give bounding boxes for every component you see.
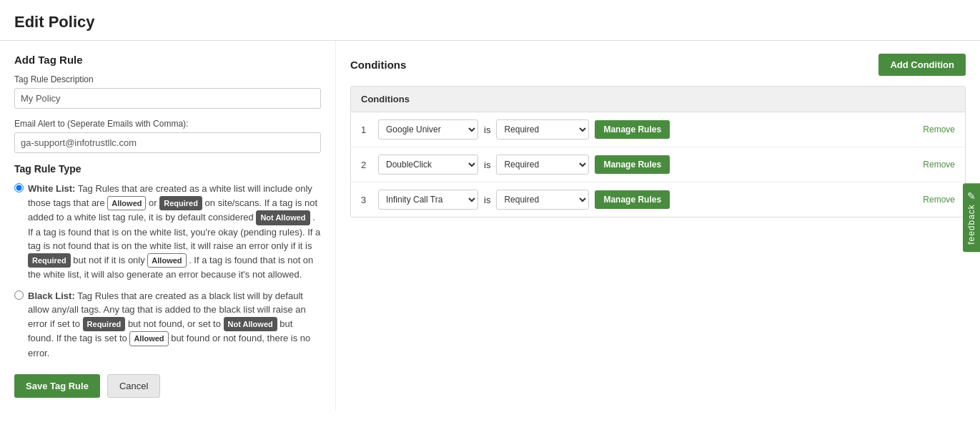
condition-num-1: 1: [361, 124, 372, 135]
left-panel: Add Tag Rule Tag Rule Description Email …: [0, 41, 336, 411]
feedback-label: feedback: [966, 204, 976, 245]
badge-allowed-2: Allowed: [147, 253, 186, 268]
badge-allowed-3: Allowed: [129, 331, 168, 346]
manage-rules-button-3[interactable]: Manage Rules: [595, 190, 670, 209]
white-list-description: White List: Tag Rules that are created a…: [28, 182, 321, 282]
black-list-description: Black List: Tag Rules that are created a…: [28, 289, 321, 361]
condition-num-3: 3: [361, 195, 372, 205]
remove-button-1[interactable]: Remove: [923, 124, 955, 135]
condition-row: 2 DoubleClick is Required Manage Rules R…: [351, 147, 965, 182]
feedback-icon: ✎: [967, 190, 976, 202]
tag-rule-type-title: Tag Rule Type: [14, 163, 321, 175]
condition-num-2: 2: [361, 160, 372, 170]
badge-allowed: Allowed: [107, 196, 146, 211]
add-tag-rule-title: Add Tag Rule: [14, 54, 321, 66]
badge-required: Required: [159, 196, 202, 211]
condition-tag-select-2[interactable]: DoubleClick: [378, 155, 478, 175]
badge-required-3: Required: [83, 317, 126, 332]
conditions-table: Conditions 1 Google Univer is Required M…: [350, 86, 966, 218]
page-title: Edit Policy: [0, 0, 980, 41]
white-list-option[interactable]: White List: Tag Rules that are created a…: [14, 182, 321, 282]
badge-required-2: Required: [28, 253, 71, 268]
email-alert-label: Email Alert to (Seperate Emails with Com…: [14, 119, 321, 129]
condition-row: 3 Infinity Call Tra is Required Manage R…: [351, 182, 965, 217]
conditions-table-header: Conditions: [351, 87, 965, 112]
condition-value-select-3[interactable]: Required: [496, 190, 589, 210]
white-list-label: White List:: [28, 183, 75, 194]
remove-button-3[interactable]: Remove: [923, 195, 955, 205]
save-tag-rule-button[interactable]: Save Tag Rule: [14, 374, 100, 398]
add-condition-button[interactable]: Add Condition: [878, 54, 966, 76]
feedback-tab[interactable]: ✎ feedback: [963, 183, 980, 252]
email-alert-input[interactable]: [14, 132, 321, 153]
black-list-option[interactable]: Black List: Tag Rules that are created a…: [14, 289, 321, 361]
right-panel: Conditions Add Condition Conditions 1 Go…: [336, 41, 980, 411]
badge-not-allowed: Not Allowed: [256, 210, 310, 225]
manage-rules-button-2[interactable]: Manage Rules: [595, 155, 670, 174]
black-list-radio[interactable]: [14, 290, 24, 300]
right-header: Conditions Add Condition: [350, 54, 966, 76]
white-list-radio[interactable]: [14, 183, 24, 192]
cancel-button[interactable]: Cancel: [107, 374, 160, 398]
condition-is-label-1: is: [484, 124, 490, 135]
action-buttons: Save Tag Rule Cancel: [14, 374, 321, 398]
tag-rule-desc-label: Tag Rule Description: [14, 74, 321, 84]
manage-rules-button-1[interactable]: Manage Rules: [595, 120, 670, 139]
condition-value-select-1[interactable]: Required: [496, 119, 589, 140]
condition-tag-select-3[interactable]: Infinity Call Tra: [378, 190, 478, 210]
tag-rule-desc-input[interactable]: [14, 88, 321, 109]
black-list-label: Black List:: [28, 290, 75, 301]
condition-tag-select-1[interactable]: Google Univer: [378, 119, 478, 140]
condition-row: 1 Google Univer is Required Manage Rules…: [351, 112, 965, 147]
conditions-section-title: Conditions: [350, 59, 406, 71]
condition-is-label-3: is: [484, 195, 490, 205]
remove-button-2[interactable]: Remove: [923, 160, 955, 170]
condition-is-label-2: is: [484, 160, 490, 170]
badge-not-allowed-2: Not Allowed: [224, 317, 277, 332]
condition-value-select-2[interactable]: Required: [496, 155, 589, 175]
